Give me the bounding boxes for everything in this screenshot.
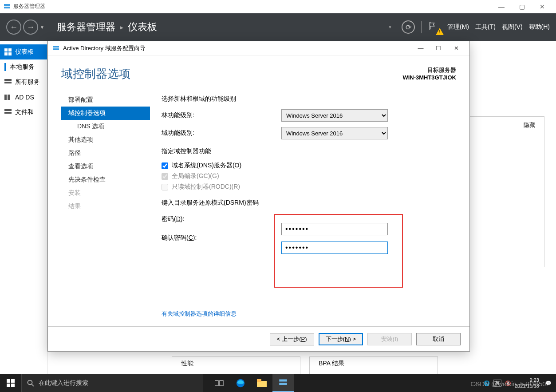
breadcrumb-page[interactable]: 仪表板 xyxy=(128,20,157,34)
refresh-button[interactable]: ⟳ xyxy=(402,20,415,34)
menu-tools[interactable]: 工具(T) xyxy=(475,23,496,31)
svg-rect-2 xyxy=(4,48,8,51)
dsrm-section: 键入目录服务还原模式(DSRM)密码 xyxy=(162,199,452,207)
left-navigation: 仪表板 本地服务 所有服务 AD DS 文件和 xyxy=(0,41,47,374)
outer-window-titlebar: 服务器管理器 — ▢ ✕ xyxy=(0,0,556,13)
task-view-button[interactable] xyxy=(209,374,230,392)
dashboard-icon xyxy=(4,48,12,55)
wizard-title: Active Directory 域服务配置向导 xyxy=(63,44,412,52)
view-dropdown-icon[interactable]: ▼ xyxy=(388,25,392,29)
functional-level-section: 选择新林和根域的功能级别 xyxy=(162,95,452,103)
confirm-password-label: 确认密码(C): xyxy=(162,234,197,242)
taskbar-search[interactable]: 在此键入进行搜索 xyxy=(21,374,203,392)
svg-rect-15 xyxy=(11,379,15,383)
nav-forward-button[interactable]: → xyxy=(23,20,38,35)
nav-label-adds: AD DS xyxy=(15,94,34,101)
menu-manage[interactable]: 管理(M) xyxy=(447,23,469,31)
menu-help[interactable]: 帮助(H) xyxy=(529,23,550,31)
confirm-password-input[interactable] xyxy=(281,242,388,254)
perf-label: 性能 xyxy=(181,360,193,367)
step-deploy-config[interactable]: 部署配置 xyxy=(61,93,150,107)
svg-rect-13 xyxy=(53,48,59,50)
notifications-flag-icon[interactable] xyxy=(428,21,441,33)
edge-icon xyxy=(236,378,245,388)
step-dc-options[interactable]: 域控制器选项 xyxy=(61,107,150,120)
svg-rect-8 xyxy=(4,95,7,100)
step-other-options[interactable]: 其他选项 xyxy=(61,133,150,147)
edge-button[interactable] xyxy=(230,374,251,392)
step-review[interactable]: 查看选项 xyxy=(61,160,150,173)
svg-rect-4 xyxy=(4,52,8,55)
svg-rect-1 xyxy=(4,7,10,8)
svg-rect-25 xyxy=(279,380,287,382)
tray-chevron-icon[interactable]: ︿ xyxy=(475,380,480,387)
breadcrumb-app[interactable]: 服务器管理器 xyxy=(57,20,115,34)
forest-level-label: 林功能级别: xyxy=(162,111,281,119)
cancel-button[interactable]: 取消 xyxy=(416,333,461,345)
breadcrumb-separator-icon: ▸ xyxy=(120,23,123,32)
rodc-checkbox-row: 只读域控制器(RODC)(R) xyxy=(162,183,452,191)
nav-item-file-services[interactable]: 文件和 xyxy=(0,105,47,120)
prev-button[interactable]: < 上一步(P) xyxy=(270,333,314,345)
svg-rect-6 xyxy=(4,79,12,81)
nav-item-adds[interactable]: AD DS xyxy=(0,90,47,105)
password-input[interactable] xyxy=(281,223,388,235)
wizard-titlebar: Active Directory 域服务配置向导 — ☐ ✕ xyxy=(48,41,469,55)
search-icon xyxy=(27,380,34,387)
explorer-button[interactable] xyxy=(251,374,272,392)
step-paths[interactable]: 路径 xyxy=(61,147,150,160)
domain-level-select[interactable]: Windows Server 2016 xyxy=(281,127,388,139)
nav-history-dropdown[interactable]: ▼ xyxy=(40,25,44,30)
task-view-icon xyxy=(215,380,224,387)
wizard-minimize-button[interactable]: — xyxy=(412,42,430,55)
svg-rect-9 xyxy=(8,95,10,100)
next-button[interactable]: 下一步(N) > xyxy=(319,333,363,345)
menu-view[interactable]: 视图(V) xyxy=(502,23,523,31)
sound-icon[interactable]: 🔇 xyxy=(505,380,511,386)
svg-rect-7 xyxy=(4,82,12,83)
outer-window-title: 服务器管理器 xyxy=(13,3,491,10)
svg-line-19 xyxy=(32,384,34,386)
network-icon[interactable]: 🌐 xyxy=(484,380,490,386)
server-icon xyxy=(4,63,6,71)
svg-rect-20 xyxy=(215,380,218,386)
forest-level-select[interactable]: Windows Server 2016 xyxy=(281,109,388,122)
more-info-link[interactable]: 有关域控制器选项的详细信息 xyxy=(162,310,237,318)
server-manager-task-button[interactable] xyxy=(272,374,294,392)
outer-close-button[interactable]: ✕ xyxy=(532,0,552,13)
nav-back-button[interactable]: ← xyxy=(6,20,21,35)
wizard-header: 域控制器选项 目标服务器 WIN-3MHT3GTJIOK xyxy=(48,55,469,86)
performance-panel: 性能 xyxy=(172,356,300,374)
dns-checkbox-row[interactable]: 域名系统(DNS)服务器(O) xyxy=(162,162,452,170)
system-tray: ︿ 🌐 英 🔇 9:23 2021/11/18 💬 xyxy=(471,377,556,389)
hide-link[interactable]: 隐藏 xyxy=(524,121,535,129)
notification-center-icon[interactable]: 💬 xyxy=(545,380,552,386)
step-dns-options[interactable]: DNS 选项 xyxy=(61,120,150,133)
svg-rect-23 xyxy=(257,381,267,387)
svg-rect-3 xyxy=(8,48,12,51)
wizard-maximize-button[interactable]: ☐ xyxy=(430,42,447,55)
gc-checkbox-row: 全局编录(GC)(G) xyxy=(162,172,452,180)
svg-rect-5 xyxy=(8,52,12,55)
nav-item-local-server[interactable]: 本地服务 xyxy=(0,59,47,75)
nav-label-local: 本地服务 xyxy=(10,63,35,71)
target-name: WIN-3MHT3GTJIOK xyxy=(402,74,456,81)
step-prereq[interactable]: 先决条件检查 xyxy=(61,173,150,186)
outer-maximize-button[interactable]: ▢ xyxy=(512,0,532,13)
wizard-step-nav: 部署配置 域控制器选项 DNS 选项 其他选项 路径 查看选项 先决条件检查 安… xyxy=(61,91,150,326)
wizard-footer: < 上一步(P) 下一步(N) > 安装(I) 取消 xyxy=(48,326,469,351)
nav-item-all-servers[interactable]: 所有服务 xyxy=(0,75,47,90)
rodc-checkbox xyxy=(162,184,168,190)
ime-icon[interactable]: 英 xyxy=(493,380,501,387)
dns-checkbox[interactable] xyxy=(162,162,168,169)
start-button[interactable] xyxy=(0,374,21,392)
rodc-checkbox-label: 只读域控制器(RODC)(R) xyxy=(172,183,240,191)
taskbar-clock[interactable]: 9:23 2021/11/18 xyxy=(515,377,539,389)
wizard-body: 部署配置 域控制器选项 DNS 选项 其他选项 路径 查看选项 先决条件检查 安… xyxy=(48,86,469,326)
wizard-close-button[interactable]: ✕ xyxy=(447,42,465,55)
svg-rect-26 xyxy=(279,383,287,385)
svg-rect-0 xyxy=(4,4,10,6)
dns-checkbox-label: 域名系统(DNS)服务器(O) xyxy=(172,162,241,170)
nav-item-dashboard[interactable]: 仪表板 xyxy=(0,44,47,59)
outer-minimize-button[interactable]: — xyxy=(491,0,512,13)
